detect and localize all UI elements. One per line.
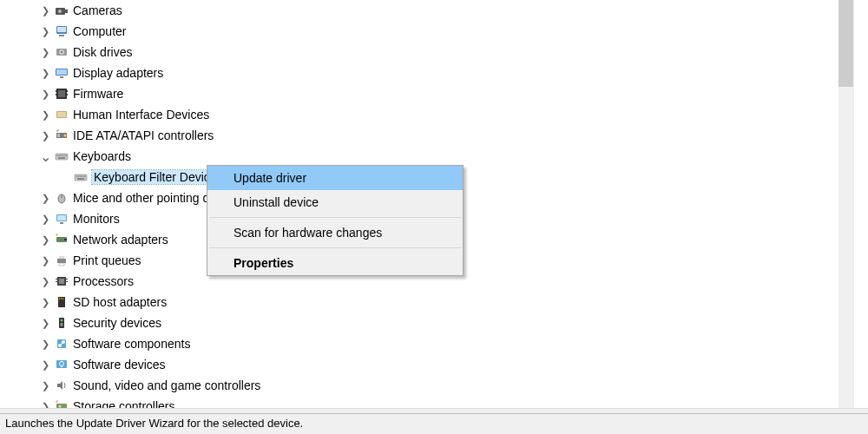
tree-node-label: Software devices [73,358,166,372]
chevron-right-icon[interactable]: ❯ [38,3,52,17]
svg-rect-47 [59,256,64,259]
tree-node[interactable]: ⌄Keyboards [0,146,838,167]
network-icon [54,233,69,247]
tree-node-label: Keyboard Filter Device [94,170,217,184]
svg-rect-23 [56,154,68,160]
ide-icon [54,128,69,142]
tree-node-label: Cameras [73,3,122,17]
mouse-icon [54,191,69,205]
svg-rect-14 [56,90,56,92]
svg-rect-52 [56,281,57,282]
svg-rect-15 [56,94,56,95]
chevron-right-icon[interactable]: ❯ [38,212,52,226]
chevron-down-icon[interactable]: ⌄ [38,149,52,163]
chevron-right-icon[interactable]: ❯ [38,274,52,288]
tree-node[interactable]: ❯Software components [0,333,838,354]
print-icon [54,253,69,267]
chevron-right-icon[interactable]: ❯ [38,191,52,205]
chevron-right-icon[interactable]: ❯ [38,399,52,408]
svg-rect-19 [57,112,66,117]
tree-node-label: IDE ATA/ATAPI controllers [73,128,214,142]
tree-node-label: SD host adapters [73,295,167,309]
tree-node[interactable]: ❯Human Interface Devices [0,104,838,125]
menu-item[interactable]: Scan for hardware changes [207,220,463,245]
chevron-right-icon[interactable]: ❯ [38,45,52,59]
vertical-scrollbar[interactable] [838,0,853,408]
chevron-right-icon[interactable]: ❯ [38,108,52,122]
swdev-icon [54,358,69,372]
svg-rect-13 [58,90,65,97]
svg-rect-5 [59,35,64,36]
svg-rect-30 [58,157,65,158]
tree-node-label: Processors [73,274,134,288]
cpu-icon [54,274,69,288]
tree-node[interactable]: ❯Firmware [0,83,838,104]
tree-node[interactable]: ❯Computer [0,21,838,42]
svg-point-59 [61,319,63,322]
chevron-right-icon[interactable]: ❯ [38,24,52,38]
tree-node[interactable]: ❯Software devices [0,354,838,375]
chevron-right-icon[interactable]: ❯ [38,128,52,142]
status-text: Launches the Update Driver Wizard for th… [5,417,303,430]
svg-rect-57 [62,298,63,299]
chevron-right-icon[interactable]: ❯ [38,87,52,101]
tree-node[interactable]: ❯Display adapters [0,62,838,83]
svg-rect-29 [66,155,67,156]
tree-node[interactable]: ❯Cameras [0,0,838,21]
svg-point-8 [61,51,62,53]
chevron-right-icon[interactable]: ❯ [38,378,52,392]
svg-rect-27 [62,155,63,156]
svg-rect-54 [66,281,68,282]
storage-icon [54,399,69,408]
tree-node-label: Disk drives [73,45,132,59]
svg-rect-24 [57,155,58,156]
display-icon [54,66,69,80]
hid-icon [54,108,69,122]
chevron-right-icon[interactable]: ❯ [38,66,52,80]
tree-node-label: Monitors [73,212,120,226]
tree-node-label: Human Interface Devices [73,108,209,122]
svg-rect-4 [57,27,66,32]
right-strip [853,0,868,408]
scrollbar-thumb[interactable] [838,0,853,87]
tree-node-label: Storage controllers [73,399,175,408]
svg-rect-36 [83,176,84,177]
svg-rect-1 [65,10,68,13]
context-menu[interactable]: Update driverUninstall deviceScan for ha… [207,165,464,276]
svg-rect-25 [59,155,60,156]
menu-item[interactable]: Uninstall device [207,190,463,214]
tree-node[interactable]: ❯SD host adapters [0,292,838,312]
chevron-right-icon[interactable]: ❯ [38,358,52,372]
chevron-right-icon[interactable]: ❯ [38,233,52,247]
svg-rect-16 [67,90,68,92]
svg-rect-48 [59,263,64,266]
chevron-right-icon[interactable]: ❯ [38,337,52,351]
tree-node[interactable]: ❯Disk drives [0,42,838,62]
tree-node-label: Sound, video and game controllers [73,378,260,392]
menu-item[interactable]: Update driver [207,166,463,190]
svg-rect-60 [61,323,63,326]
sd-icon [54,295,69,309]
chevron-right-icon[interactable]: ❯ [38,295,52,309]
tree-node[interactable]: ❯IDE ATA/ATAPI controllers [0,125,838,146]
tree-node[interactable]: ❯Security devices [0,312,838,333]
computer-icon [54,24,69,38]
svg-rect-66 [61,361,62,362]
tree-node-label: Network adapters [73,233,168,247]
chevron-right-icon[interactable]: ❯ [38,253,52,267]
svg-rect-35 [82,176,82,177]
tree-node[interactable]: ❯Sound, video and game controllers [0,375,838,396]
tree-node-label: Computer [73,24,126,38]
tree-node[interactable]: ❯Storage controllers [0,396,838,408]
svg-rect-56 [61,298,62,299]
svg-rect-43 [60,222,63,224]
keyboard-icon [54,149,69,163]
menu-item[interactable]: Properties [207,251,463,275]
keyboard-icon [73,170,89,184]
swcomp-icon [54,337,69,351]
chevron-right-icon[interactable]: ❯ [38,316,52,330]
svg-rect-51 [56,279,57,279]
svg-rect-53 [66,279,68,279]
disk-icon [54,45,69,59]
svg-rect-55 [59,298,60,299]
